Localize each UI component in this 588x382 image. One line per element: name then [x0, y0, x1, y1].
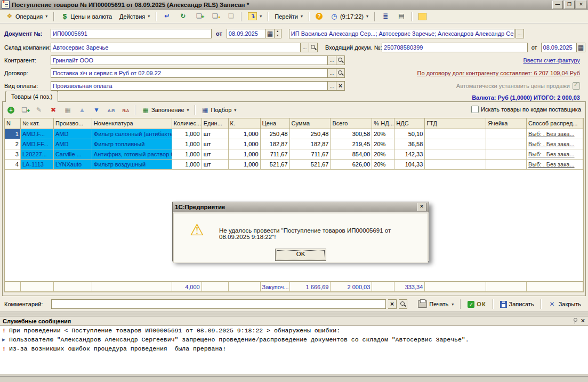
- table-cell[interactable]: AMD: [54, 129, 92, 139]
- table-cell[interactable]: 4: [5, 160, 21, 170]
- table-cell[interactable]: 20%: [372, 129, 394, 139]
- structure-button[interactable]: [378, 11, 393, 22]
- table-cell[interactable]: 1,000: [172, 160, 202, 170]
- close-form-button[interactable]: Закрыть: [545, 299, 584, 309]
- enter-invoice-link[interactable]: Ввести счет-фактуру: [523, 57, 580, 63]
- table-cell[interactable]: Выб: . Без зака...: [527, 160, 583, 170]
- column-header[interactable]: Количес...: [172, 118, 202, 129]
- column-header[interactable]: Цена: [261, 118, 290, 129]
- column-header[interactable]: К.: [229, 118, 261, 129]
- payment-clear-button[interactable]: [336, 81, 345, 91]
- table-cell[interactable]: 2: [5, 139, 21, 149]
- table-cell[interactable]: LYNXauto: [54, 160, 92, 170]
- actions-button[interactable]: Действия: [116, 12, 153, 21]
- pin-icon[interactable]: [573, 318, 577, 324]
- sort-desc-button[interactable]: [119, 105, 132, 115]
- table-cell[interactable]: Выб: . Без зака...: [527, 139, 583, 149]
- table-cell[interactable]: [425, 160, 486, 170]
- edit-row-button[interactable]: [33, 105, 45, 115]
- dialog-ok-button[interactable]: OK: [275, 249, 326, 261]
- message-line[interactable]: ▸Пользователю "Александров Александр Сер…: [0, 335, 588, 344]
- list-settings-button[interactable]: [394, 11, 409, 22]
- table-row[interactable]: 3L20227...Carville ...Антифриз, готовый …: [5, 149, 583, 160]
- table-cell[interactable]: 182,87: [290, 139, 331, 149]
- table-cell[interactable]: AMD: [54, 139, 92, 149]
- note-button[interactable]: [415, 11, 430, 22]
- spin-up-icon[interactable]: ▲: [275, 29, 281, 34]
- column-header[interactable]: Сумма: [290, 118, 331, 129]
- table-cell[interactable]: 50,10: [394, 129, 425, 139]
- table-cell[interactable]: 854,00: [331, 149, 372, 160]
- tab-goods[interactable]: Товары (4 поз.): [5, 91, 58, 102]
- ok-button[interactable]: ОК: [465, 300, 488, 309]
- comment-clear-button[interactable]: [388, 299, 397, 309]
- table-cell[interactable]: [486, 160, 527, 170]
- table-cell[interactable]: 3: [5, 149, 21, 160]
- comment-input[interactable]: [51, 299, 386, 309]
- prices-currency-button[interactable]: Цены и валюта: [57, 11, 115, 22]
- incoming-date-input[interactable]: 08.09.2025: [541, 43, 577, 52]
- column-header[interactable]: Един...: [202, 118, 229, 129]
- copy-document-button[interactable]: [191, 11, 206, 22]
- goto-button[interactable]: Перейти: [271, 12, 306, 21]
- table-cell[interactable]: 250,48: [261, 129, 290, 139]
- table-cell[interactable]: 1,000: [229, 149, 261, 160]
- minimize-button[interactable]: —: [552, 1, 563, 9]
- table-cell[interactable]: шт: [202, 129, 229, 139]
- table-row[interactable]: 1AMD.F...AMDФильтр салонный (антибактер.…: [5, 129, 583, 139]
- table-cell[interactable]: AMD.FF...: [21, 139, 54, 149]
- column-header[interactable]: ГТД: [425, 118, 486, 129]
- warehouse-search-button[interactable]: [309, 43, 318, 52]
- table-cell[interactable]: 104,33: [394, 160, 425, 170]
- column-header[interactable]: Ячейка: [486, 118, 527, 129]
- table-cell[interactable]: 20%: [372, 139, 394, 149]
- table-cell[interactable]: Антифриз, готовый раствор С...: [92, 149, 172, 160]
- table-cell[interactable]: 250,48: [290, 129, 331, 139]
- doc-date-input[interactable]: 08.09.2025: [227, 29, 266, 38]
- table-cell[interactable]: [425, 149, 486, 160]
- table-cell[interactable]: [486, 139, 527, 149]
- contract-input[interactable]: Поставка з\ч и сервис в Руб от 02.09.22: [51, 68, 328, 78]
- column-header[interactable]: № кат.: [21, 118, 54, 129]
- table-cell[interactable]: 1,000: [229, 139, 261, 149]
- table-cell[interactable]: [425, 129, 486, 139]
- create-on-basis-button[interactable]: [207, 11, 222, 22]
- table-cell[interactable]: Фильтр воздушный: [92, 160, 172, 170]
- messages-close-icon[interactable]: ✕: [581, 317, 585, 324]
- move-down-button[interactable]: [90, 105, 103, 115]
- table-cell[interactable]: 142,33: [394, 149, 425, 160]
- table-cell[interactable]: 20%: [372, 160, 394, 170]
- table-row[interactable]: 4LA-1113LYNXautoФильтр воздушный1,000шт1…: [5, 160, 583, 170]
- column-header[interactable]: Способ распред...: [527, 118, 583, 129]
- table-cell[interactable]: 219,45: [331, 139, 372, 149]
- contract-select-button[interactable]: ...: [328, 68, 336, 78]
- search-by-codes-checkbox[interactable]: [471, 106, 479, 113]
- table-cell[interactable]: L20227...: [21, 149, 54, 160]
- doc-number-input[interactable]: ИП00005691: [51, 29, 212, 38]
- operation-button[interactable]: Операция: [2, 11, 51, 22]
- table-cell[interactable]: Выб: . Без зака...: [527, 129, 583, 139]
- message-line[interactable]: !При проведении < Поступление товаров ИП…: [0, 326, 588, 335]
- dialog-close-button[interactable]: ✕: [417, 203, 426, 211]
- table-cell[interactable]: 20%: [372, 149, 394, 160]
- table-cell[interactable]: 300,58: [331, 129, 372, 139]
- reread-button[interactable]: [175, 11, 190, 22]
- table-cell[interactable]: AMD.F...: [21, 129, 54, 139]
- table-cell[interactable]: Фильтр топливный: [92, 139, 172, 149]
- table-cell[interactable]: 711,67: [290, 149, 331, 160]
- help-button[interactable]: [312, 11, 326, 21]
- organization-input[interactable]: ИП Васильев Александр Сер...; Автосервис…: [289, 29, 514, 38]
- table-row[interactable]: 2AMD.FF...AMDФильтр топливный1,000шт1,00…: [5, 139, 583, 149]
- payment-select-button[interactable]: ...: [328, 81, 336, 91]
- column-header[interactable]: НДС: [394, 118, 425, 129]
- table-cell[interactable]: [486, 129, 527, 139]
- table-cell[interactable]: 1,000: [229, 129, 261, 139]
- table-cell[interactable]: 1,000: [172, 129, 202, 139]
- spin-down-icon[interactable]: ▼: [275, 34, 281, 38]
- copy-row-button[interactable]: [18, 105, 31, 115]
- warehouse-input[interactable]: Автосервис Заречье: [51, 43, 301, 52]
- contract-debt-link[interactable]: По договору долг контрагенту составляет:…: [417, 70, 580, 76]
- payment-input[interactable]: Произвольная оплата: [51, 81, 328, 91]
- calendar-button[interactable]: [266, 29, 275, 38]
- post-document-button[interactable]: [159, 11, 174, 22]
